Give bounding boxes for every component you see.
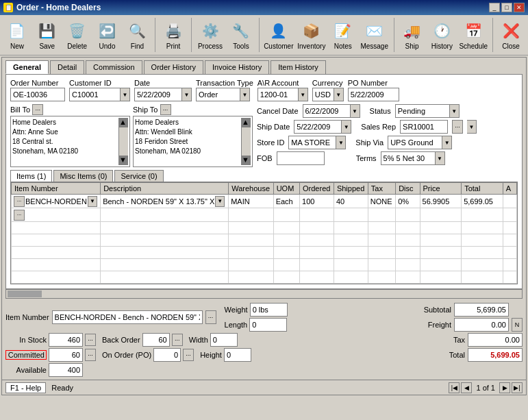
scroll-thumb[interactable] [8, 291, 42, 297]
ar-account-input[interactable] [257, 88, 299, 101]
items-table-area: Item Number Description Warehouse UOM Or… [10, 182, 518, 284]
window-title: Order - Home Dealers [16, 3, 101, 12]
message-label: Message [360, 42, 388, 50]
row-description-value: Bench - NORDEN 59" X 13.75" X [103, 197, 214, 206]
committed-ellipsis[interactable]: ··· [85, 349, 96, 361]
nav-prev-button[interactable]: ◀ [461, 382, 472, 393]
date-input[interactable] [134, 88, 182, 101]
ship-to-ellipsis[interactable]: ··· [160, 104, 171, 115]
ship-via-dropdown[interactable]: ▼ [442, 136, 452, 149]
cancel-date-input[interactable] [303, 104, 351, 118]
on-order-ellipsis[interactable]: ··· [183, 349, 194, 361]
items-tab-misc[interactable]: Misc Items (0) [53, 170, 113, 182]
store-id-label: Store ID [257, 138, 284, 147]
col-disc: Disc [396, 183, 420, 195]
item-number-detail-input[interactable] [52, 310, 203, 324]
item-number-ellipsis[interactable]: ··· [205, 310, 216, 324]
width-input[interactable] [210, 333, 238, 347]
schedule-button[interactable]: 📅 Schedule [458, 17, 488, 53]
nav-last-button[interactable]: ▶| [512, 382, 523, 393]
find-button[interactable]: 🔍 Find [123, 17, 151, 53]
tax-input[interactable] [468, 333, 523, 347]
tab-invoice-history[interactable]: Invoice History [205, 60, 269, 74]
tab-item-history[interactable]: Item History [271, 60, 326, 74]
ship-date-dropdown[interactable]: ▼ [342, 120, 351, 134]
items-tab-service[interactable]: Service (0) [114, 170, 163, 182]
process-button[interactable]: ⚙️ Process [196, 17, 225, 53]
help-button[interactable]: F1 - Help [5, 382, 46, 393]
status-input[interactable] [395, 104, 450, 118]
delete-button[interactable]: 🗑️ Delete [64, 17, 91, 53]
customer-id-input[interactable] [69, 88, 121, 101]
subtotal-label: Subtotal [414, 306, 451, 314]
committed-input[interactable] [49, 348, 83, 362]
po-number-input[interactable] [348, 88, 399, 101]
horizontal-scrollbar[interactable] [5, 289, 523, 299]
order-number-input[interactable] [10, 88, 65, 101]
col-shipped: Shipped [334, 183, 368, 195]
sales-rep-dropdown[interactable]: ▼ [467, 120, 477, 134]
customer-button[interactable]: 👤 Customer [264, 17, 294, 53]
tab-order-history[interactable]: Order History [144, 60, 203, 74]
store-id-input[interactable] [288, 136, 336, 149]
empty-row-ellipsis[interactable]: ··· [14, 210, 25, 221]
tools-button[interactable]: 🔧 Tools [227, 17, 255, 53]
row-desc-dropdown[interactable]: ▼ [215, 196, 225, 207]
sales-rep-input[interactable] [400, 120, 448, 134]
inventory-button[interactable]: 📦 Inventory [297, 17, 327, 53]
print-button[interactable]: 🖨️ Print [160, 17, 187, 53]
ship-to-scrollbar[interactable]: ▲ ▼ [241, 118, 251, 165]
minimize-button[interactable]: _ [489, 3, 500, 12]
nav-next-button[interactable]: ▶ [499, 382, 510, 393]
tab-detail[interactable]: Detail [50, 60, 84, 74]
message-button[interactable]: ✉️ Message [360, 17, 390, 53]
history-button[interactable]: 🕐 History [428, 17, 455, 53]
status-bar: F1 - Help Ready |◀ ◀ 1 of 1 ▶ ▶| [2, 380, 526, 395]
length-input[interactable] [249, 318, 287, 332]
height-input[interactable] [224, 348, 251, 362]
fob-input[interactable] [277, 151, 325, 165]
date-dropdown[interactable]: ▼ [182, 88, 192, 101]
ship-button[interactable]: 🚚 Ship [399, 17, 426, 53]
po-number-label: PO Number [348, 79, 399, 87]
customer-id-dropdown[interactable]: ▼ [121, 88, 130, 101]
bill-to-scrollbar[interactable]: ▲ ▼ [118, 118, 128, 165]
terms-dropdown[interactable]: ▼ [436, 151, 445, 165]
notes-button[interactable]: 📝 Notes [329, 17, 357, 53]
close-window-button[interactable]: ✕ [514, 3, 525, 12]
row-ellipsis[interactable]: ··· [14, 196, 25, 207]
status-dropdown[interactable]: ▼ [450, 104, 460, 118]
in-stock-ellipsis[interactable]: ··· [85, 334, 96, 346]
ar-account-dropdown[interactable]: ▼ [299, 88, 308, 101]
currency-dropdown[interactable]: ▼ [334, 88, 344, 101]
ship-via-input[interactable] [388, 136, 442, 149]
on-order-input[interactable] [153, 348, 181, 362]
tab-general[interactable]: General [5, 60, 49, 74]
terms-input[interactable] [381, 151, 436, 165]
transaction-type-dropdown[interactable]: ▼ [240, 88, 250, 101]
tab-commission[interactable]: Commission [86, 60, 142, 74]
currency-input[interactable] [312, 88, 334, 101]
row-item-dropdown[interactable]: ▼ [88, 196, 97, 207]
undo-button[interactable]: ↩️ Undo [94, 17, 121, 53]
maximize-button[interactable]: □ [501, 3, 512, 12]
cancel-date-dropdown[interactable]: ▼ [351, 104, 360, 118]
freight-code-btn[interactable]: N [512, 318, 523, 332]
new-button[interactable]: 📄 New [3, 17, 31, 53]
freight-input[interactable] [454, 318, 509, 332]
sales-rep-ellipsis[interactable]: ··· [452, 120, 463, 134]
transaction-type-input[interactable] [196, 88, 240, 101]
width-label: Width [189, 336, 208, 344]
ship-date-input[interactable] [294, 120, 342, 134]
back-order-input[interactable] [142, 333, 170, 347]
close-button[interactable]: ❌ Close [497, 17, 525, 53]
weight-input[interactable] [250, 303, 288, 317]
back-order-ellipsis[interactable]: ··· [172, 334, 183, 346]
store-id-dropdown[interactable]: ▼ [336, 136, 346, 149]
col-item-number: Item Number [12, 183, 101, 195]
save-button[interactable]: 💾 Save [34, 17, 61, 53]
nav-first-button[interactable]: |◀ [449, 382, 460, 393]
ship-label: Ship [405, 42, 418, 50]
bill-to-ellipsis[interactable]: ··· [32, 104, 43, 115]
items-tab-items[interactable]: Items (1) [10, 170, 52, 182]
